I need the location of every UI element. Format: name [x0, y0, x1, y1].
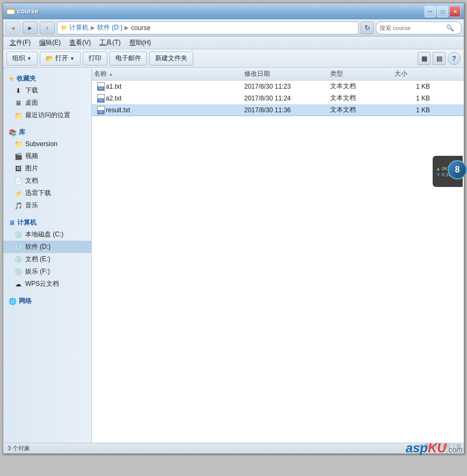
txt-icon-result	[97, 106, 105, 114]
file-date-a1: 2017/8/30 11:23	[242, 83, 328, 90]
file-size-result: 1 KB	[392, 106, 435, 114]
filename-a1: a1.txt	[106, 83, 121, 90]
breadcrumb-sep2: ▶	[125, 25, 129, 31]
favorites-icon: ★	[9, 75, 14, 83]
email-button[interactable]: 电子邮件	[110, 52, 147, 66]
col-type-label: 类型	[330, 69, 343, 78]
view-list-button[interactable]: ▤	[433, 52, 446, 65]
wps-cloud-label: WPS云文档	[25, 279, 59, 289]
menu-help[interactable]: 帮助(H)	[125, 37, 156, 48]
print-button[interactable]: 打印	[83, 52, 107, 66]
up-button[interactable]: ↑	[40, 21, 55, 34]
sidebar-item-music[interactable]: 🎵 音乐	[3, 199, 91, 212]
subversion-icon: 📁	[14, 140, 23, 148]
file-size-a1: 1 KB	[392, 83, 435, 90]
documents-icon: 📄	[14, 177, 23, 185]
libraries-label: 库	[19, 128, 25, 137]
search-bar[interactable]: 🔍	[376, 21, 462, 34]
menu-bar: 文件(F) 编辑(E) 查看(V) 工具(T) 帮助(H)	[3, 37, 464, 49]
file-name-a1: a1.txt	[92, 82, 242, 91]
sidebar-item-documents[interactable]: 📄 文档	[3, 175, 91, 187]
sidebar-item-video[interactable]: 🎬 视频	[3, 150, 91, 162]
col-name-header[interactable]: 名称 ▲	[92, 69, 242, 78]
watermark-ku: KU	[428, 441, 447, 456]
new-folder-label: 新建文件夹	[155, 54, 187, 63]
breadcrumb-sep1: ▶	[91, 25, 95, 31]
file-name-result: result.txt	[92, 106, 242, 114]
sidebar-item-cdrive[interactable]: 💿 本地磁盘 (C:)	[3, 228, 91, 241]
sidebar-item-wps-cloud[interactable]: ☁ WPS云文档	[3, 278, 91, 290]
toolbar: 组织 ▼ 📂 打开 ▼ 打印 电子邮件 新建文件夹 ▦ ▤ ?	[3, 49, 464, 68]
breadcrumb-root[interactable]: 计算机	[69, 23, 89, 32]
menu-edit[interactable]: 编辑(E)	[35, 37, 65, 48]
col-size-header[interactable]: 大小	[392, 69, 435, 78]
favorites-section: ★ 收藏夹	[3, 72, 91, 84]
col-date-label: 修改日期	[244, 69, 270, 78]
title-bar-left: course	[6, 7, 38, 16]
refresh-button[interactable]: ↻	[361, 21, 374, 34]
window-title: course	[17, 8, 38, 15]
menu-file[interactable]: 文件(F)	[5, 37, 35, 48]
window-icon	[6, 7, 15, 16]
maximize-button[interactable]: □	[437, 6, 448, 17]
minimize-button[interactable]: ─	[425, 6, 436, 17]
favorites-label: 收藏夹	[17, 74, 36, 83]
documents-label: 文档	[25, 176, 38, 185]
pictures-icon: 🖼	[14, 164, 23, 173]
breadcrumb-level1[interactable]: 软件 (D:)	[97, 23, 122, 32]
main-area: ★ 收藏夹 ⬇ 下载 🖥 桌面 📁 最近访问的位置 📚 库 �	[3, 68, 464, 443]
xunlei-icon: ⚡	[14, 189, 23, 198]
file-date-a2: 2017/8/30 11:24	[242, 95, 328, 102]
forward-button[interactable]: ►	[23, 21, 38, 34]
sidebar-item-fdrive[interactable]: 💿 娱乐 (F:)	[3, 265, 91, 278]
sidebar-divider-3	[3, 290, 91, 294]
file-list-header: 名称 ▲ 修改日期 类型 大小	[92, 68, 464, 81]
sidebar-item-recent[interactable]: 📁 最近访问的位置	[3, 109, 91, 121]
file-row-a2[interactable]: a2.txt 2017/8/30 11:24 文本文档 1 KB	[92, 92, 464, 104]
file-name-a2: a2.txt	[92, 94, 242, 103]
filename-result: result.txt	[106, 106, 130, 114]
sidebar-item-edrive[interactable]: 💿 文档 (E:)	[3, 253, 91, 265]
svg-rect-1	[7, 10, 14, 14]
filename-a2: a2.txt	[106, 95, 121, 102]
libraries-section: 📚 库	[3, 126, 91, 138]
status-bar: 3 个对象	[3, 443, 464, 453]
file-row-result[interactable]: result.txt 2017/8/30 11:36 文本文档 1 KB	[92, 104, 464, 116]
file-size-a2: 1 KB	[392, 95, 435, 102]
open-button[interactable]: 📂 打开 ▼	[40, 52, 81, 66]
organize-label: 组织	[12, 54, 25, 63]
sidebar-item-subversion[interactable]: 📁 Subversion	[3, 138, 91, 150]
computer-icon: 🖥	[9, 219, 15, 227]
file-type-result: 文本文档	[328, 105, 392, 114]
organize-button[interactable]: 组织 ▼	[6, 52, 38, 66]
sidebar-item-desktop[interactable]: 🖥 桌面	[3, 97, 91, 109]
music-icon: 🎵	[14, 201, 23, 210]
breadcrumb-current: course	[131, 24, 150, 32]
fdrive-icon: 💿	[14, 268, 23, 276]
close-button[interactable]: ✕	[449, 6, 461, 17]
col-date-header[interactable]: 修改日期	[242, 69, 328, 78]
sidebar-item-ddrive[interactable]: 💿 软件 (D:)	[3, 241, 91, 253]
pictures-label: 图片	[25, 164, 38, 173]
watermark-logo: asp KU .com	[406, 441, 463, 456]
col-type-header[interactable]: 类型	[328, 69, 392, 78]
cdrive-label: 本地磁盘 (C:)	[25, 230, 63, 239]
sidebar-item-xunlei[interactable]: ⚡ 迅雷下载	[3, 187, 91, 199]
network-section: 🌐 网络	[3, 294, 91, 307]
sidebar-item-downloads[interactable]: ⬇ 下载	[3, 84, 91, 97]
breadcrumb-bar[interactable]: 📁 计算机 ▶ 软件 (D:) ▶ course	[57, 21, 359, 34]
search-input[interactable]	[380, 25, 444, 31]
back-button[interactable]: ◄	[5, 21, 20, 34]
sidebar-item-pictures[interactable]: 🖼 图片	[3, 162, 91, 175]
new-folder-button[interactable]: 新建文件夹	[149, 52, 193, 66]
help-button[interactable]: ?	[448, 52, 461, 65]
menu-view[interactable]: 查看(V)	[65, 37, 95, 48]
desktop-label: 桌面	[25, 98, 38, 107]
menu-tools[interactable]: 工具(T)	[95, 37, 125, 48]
desktop-icon: 🖥	[14, 99, 23, 107]
sidebar-divider-1	[3, 121, 91, 126]
recent-icon: 📁	[14, 111, 23, 120]
view-details-button[interactable]: ▦	[418, 52, 430, 65]
edrive-label: 文档 (E:)	[25, 255, 50, 264]
file-row-a1[interactable]: a1.txt 2017/8/30 11:23 文本文档 1 KB	[92, 81, 464, 92]
